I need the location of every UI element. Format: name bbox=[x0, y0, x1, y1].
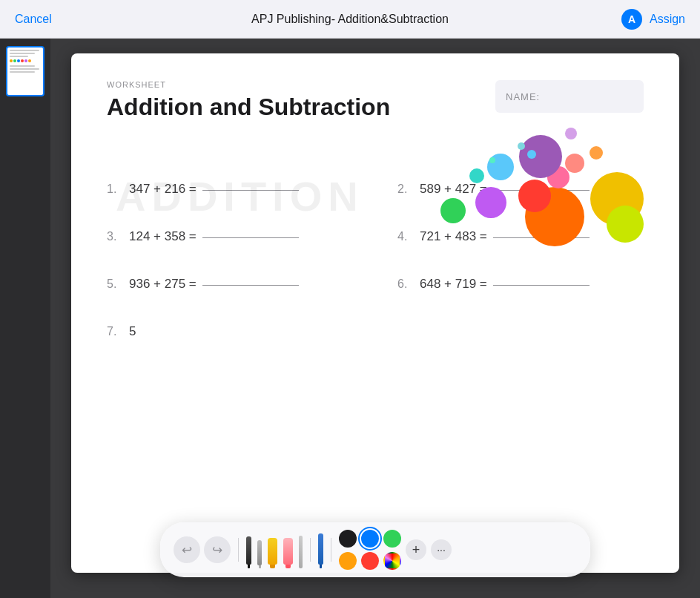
ruler-tool[interactable] bbox=[299, 536, 303, 568]
pen-tool-black[interactable] bbox=[246, 536, 251, 565]
more-options-button[interactable]: ··· bbox=[431, 539, 452, 560]
document-area: WORKSHEET Addition and Subtraction NAME:… bbox=[50, 39, 700, 598]
drawing-toolbar: + ··· bbox=[160, 522, 590, 577]
divider-1 bbox=[238, 538, 239, 562]
problem-7: 7. 5 bbox=[107, 308, 375, 355]
add-color-button[interactable]: + bbox=[406, 539, 426, 560]
assign-button[interactable]: Assign bbox=[650, 13, 685, 26]
cancel-button[interactable]: Cancel bbox=[15, 13, 52, 26]
color-blue[interactable] bbox=[361, 530, 379, 548]
answer-line-1[interactable] bbox=[202, 188, 299, 191]
drawing-tools-section bbox=[246, 531, 303, 568]
answer-line-3[interactable] bbox=[202, 235, 299, 238]
redo-button[interactable] bbox=[204, 536, 231, 563]
worksheet-page: WORKSHEET Addition and Subtraction NAME:… bbox=[71, 53, 679, 573]
name-label: NAME: bbox=[506, 91, 540, 102]
color-green[interactable] bbox=[383, 530, 401, 548]
pen-tool-blue[interactable] bbox=[318, 533, 323, 565]
color-red[interactable] bbox=[361, 552, 379, 570]
undo-button[interactable] bbox=[174, 536, 200, 563]
marker-yellow-tool[interactable] bbox=[268, 538, 277, 565]
bubbles-decoration bbox=[436, 113, 644, 276]
name-box: NAME: bbox=[495, 80, 644, 113]
avatar: A bbox=[621, 9, 642, 30]
main-content: WORKSHEET Addition and Subtraction NAME:… bbox=[0, 39, 700, 598]
problem-3: 3. 124 + 358 = bbox=[107, 213, 375, 260]
divider-3 bbox=[331, 538, 331, 562]
color-black[interactable] bbox=[339, 530, 357, 548]
answer-line-6[interactable] bbox=[493, 283, 590, 286]
color-orange[interactable] bbox=[339, 552, 357, 570]
problem-5: 5. 936 + 275 = bbox=[107, 260, 375, 308]
top-bar: Cancel APJ Publishing- Addition&Subtract… bbox=[0, 0, 700, 39]
color-wheel[interactable] bbox=[383, 552, 401, 570]
top-right-actions: A Assign bbox=[621, 9, 685, 30]
problem-1: 1. 347 + 216 = bbox=[107, 165, 375, 213]
undo-redo-section bbox=[174, 536, 231, 563]
divider-2 bbox=[310, 538, 311, 562]
document-title: APJ Publishing- Addition&Subtraction bbox=[251, 13, 449, 26]
sidebar bbox=[0, 39, 50, 598]
answer-line-5[interactable] bbox=[202, 283, 299, 286]
marker-pink-tool[interactable] bbox=[283, 538, 293, 565]
pencil-tool[interactable] bbox=[257, 540, 262, 565]
color-swatches bbox=[339, 530, 401, 570]
page-thumbnail[interactable] bbox=[6, 46, 44, 96]
redo-icon bbox=[212, 542, 222, 558]
undo-icon bbox=[182, 542, 192, 558]
